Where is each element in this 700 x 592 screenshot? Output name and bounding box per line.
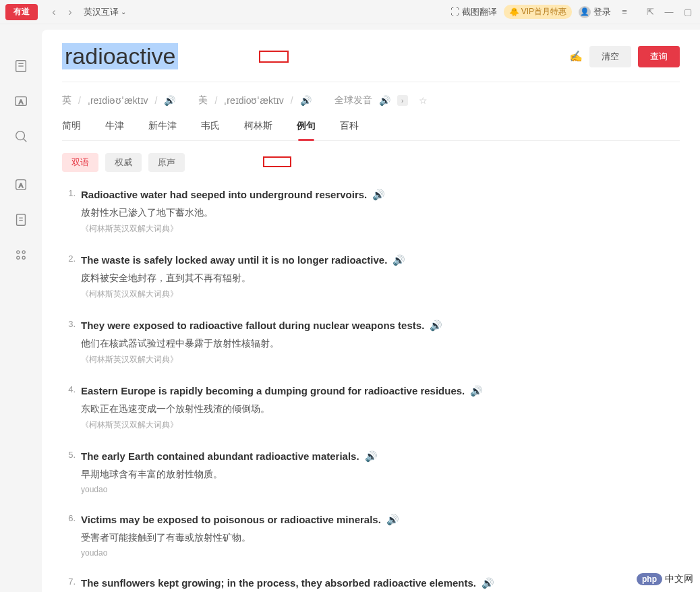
sentence-item: 2.The waste is safely locked away until …	[62, 252, 680, 300]
login-button[interactable]: 👤 登录	[579, 6, 611, 18]
watermark: php 中文网	[637, 573, 693, 585]
sentence-chinese: 他们在核武器试验过程中暴露于放射性核辐射。	[81, 338, 680, 350]
sentence-speaker-icon[interactable]: 🔊	[386, 512, 399, 528]
login-label: 登录	[593, 6, 611, 18]
user-icon: 👤	[579, 6, 591, 18]
titlebar: 有道 ‹ › 英汉互译 ⌄ ⛶ 截图翻译 🐥 VIP首月特惠 👤 登录 ≡ ⇱ …	[0, 0, 700, 24]
uk-speaker-icon[interactable]: 🔊	[164, 95, 175, 106]
vip-badge[interactable]: 🐥 VIP首月特惠	[504, 5, 572, 19]
svg-text:A: A	[19, 182, 24, 189]
screenshot-translate-button[interactable]: ⛶ 截图翻译	[450, 6, 497, 18]
main-content: radioactive ✍ 清空 查询 英 / ˌreɪdiəʊˈæktɪv /…	[42, 30, 700, 592]
sentence-source: 《柯林斯英汉双解大词典》	[81, 289, 680, 300]
svg-point-12	[17, 251, 20, 254]
svg-point-14	[17, 256, 20, 259]
svg-text:A: A	[19, 98, 24, 105]
language-selector-label: 英汉互译	[84, 6, 119, 18]
sentence-item: 7.The sunflowers kept growing; in the pr…	[62, 575, 680, 592]
chevron-down-icon: ⌄	[121, 8, 126, 16]
us-label: 美	[198, 94, 208, 107]
sentence-english: Victims may be exposed to poisonous or r…	[81, 512, 680, 528]
tab-3[interactable]: 韦氏	[201, 120, 220, 140]
sidebar-doc-icon[interactable]	[13, 212, 29, 228]
php-badge: php	[637, 573, 662, 585]
sidebar-vocab-icon[interactable]: A	[13, 177, 29, 193]
sentence-number: 3.	[62, 318, 76, 365]
sentence-list: 1.Radioactive water had seeped into unde…	[62, 187, 680, 592]
global-pronounce-label: 全球发音	[334, 94, 372, 107]
filter-0[interactable]: 双语	[62, 153, 98, 172]
search-button[interactable]: 查询	[638, 46, 680, 67]
sentence-chinese: 早期地球含有丰富的放射性物质。	[81, 469, 680, 481]
sentence-source: 《柯林斯英汉双解大词典》	[81, 223, 680, 235]
language-selector[interactable]: 英汉互译 ⌄	[84, 6, 126, 18]
annotation-box-2	[263, 156, 291, 167]
sentence-number: 2.	[62, 252, 76, 300]
sentence-number: 6.	[62, 512, 76, 558]
sentence-english: They were exposed to radioactive fallout…	[81, 318, 680, 334]
sentence-chinese: 东欧正在迅速变成一个放射性残渣的倾倒场。	[81, 403, 680, 415]
sentence-chinese: 放射性水已渗入了地下蓄水池。	[81, 207, 680, 219]
tab-1[interactable]: 牛津	[105, 120, 124, 140]
tab-2[interactable]: 新牛津	[148, 120, 177, 140]
sentence-chinese: 废料被安全地封存，直到其不再有辐射。	[81, 272, 680, 285]
global-speaker-icon[interactable]: 🔊	[379, 95, 390, 106]
handwrite-icon[interactable]: ✍	[569, 50, 583, 63]
popout-button[interactable]: ⇱	[643, 5, 657, 19]
svg-line-6	[24, 139, 27, 142]
favorite-star-icon[interactable]: ☆	[419, 95, 428, 106]
sentence-english: Radioactive water had seeped into underg…	[81, 187, 680, 203]
sentence-item: 5.The early Earth contained abundant rad…	[62, 448, 680, 494]
us-speaker-icon[interactable]: 🔊	[300, 95, 312, 106]
sentence-filters: 双语权威原声	[62, 153, 680, 172]
svg-point-5	[16, 131, 25, 140]
app-logo: 有道	[5, 4, 38, 20]
sentence-source: youdao	[81, 485, 680, 494]
sentence-item: 4.Eastern Europe is rapidly becoming a d…	[62, 383, 680, 431]
search-input[interactable]: radioactive	[62, 43, 178, 69]
watermark-text: 中文网	[665, 573, 693, 585]
sentence-speaker-icon[interactable]: 🔊	[392, 252, 405, 268]
sidebar-apps-icon[interactable]	[13, 247, 29, 263]
nav-back-button[interactable]: ‹	[46, 4, 62, 20]
sidebar-translate-icon[interactable]: A	[13, 93, 29, 109]
tab-6[interactable]: 百科	[340, 120, 359, 140]
sentence-number: 5.	[62, 448, 76, 494]
sentence-speaker-icon[interactable]: 🔊	[470, 383, 483, 399]
sentence-item: 6.Victims may be exposed to poisonous or…	[62, 512, 680, 558]
maximize-button[interactable]: ▢	[681, 5, 695, 19]
minimize-button[interactable]: —	[662, 5, 676, 19]
sentence-number: 7.	[62, 575, 76, 592]
sidebar-dict-icon[interactable]	[13, 58, 29, 74]
tab-0[interactable]: 简明	[62, 120, 81, 140]
chevron-right-icon[interactable]: ›	[397, 95, 408, 106]
filter-2[interactable]: 原声	[148, 153, 185, 172]
sentence-speaker-icon[interactable]: 🔊	[482, 575, 494, 591]
crop-icon: ⛶	[450, 7, 459, 17]
sentence-speaker-icon[interactable]: 🔊	[372, 187, 385, 203]
sidebar-search-icon[interactable]	[13, 128, 29, 144]
sidebar: A A	[0, 24, 42, 592]
sentence-number: 1.	[62, 187, 76, 235]
vip-label: VIP首月特惠	[521, 6, 566, 18]
clear-button[interactable]: 清空	[589, 46, 631, 67]
sentence-item: 1.Radioactive water had seeped into unde…	[62, 187, 680, 235]
sentence-number: 4.	[62, 383, 76, 431]
tab-5[interactable]: 例句	[297, 120, 316, 140]
menu-button[interactable]: ≡	[618, 5, 631, 19]
screenshot-translate-label: 截图翻译	[462, 6, 497, 18]
sentence-source: youdao	[81, 548, 680, 558]
svg-point-13	[22, 251, 25, 254]
nav-forward-button[interactable]: ›	[62, 4, 78, 20]
sentence-english: The early Earth contained abundant radio…	[81, 448, 680, 465]
sentence-speaker-icon[interactable]: 🔊	[365, 448, 378, 465]
sentence-item: 3.They were exposed to radioactive fallo…	[62, 318, 680, 365]
sentence-chinese: 受害者可能接触到了有毒或放射性矿物。	[81, 532, 680, 544]
sentence-source: 《柯林斯英汉双解大词典》	[81, 354, 680, 365]
sentence-english: The sunflowers kept growing; in the proc…	[81, 575, 680, 591]
search-row: radioactive ✍ 清空 查询	[62, 43, 680, 82]
tab-4[interactable]: 柯林斯	[244, 120, 272, 140]
filter-1[interactable]: 权威	[105, 153, 142, 172]
sentence-speaker-icon[interactable]: 🔊	[430, 318, 442, 334]
us-ipa: ˌreɪdioʊˈæktɪv	[224, 95, 283, 106]
